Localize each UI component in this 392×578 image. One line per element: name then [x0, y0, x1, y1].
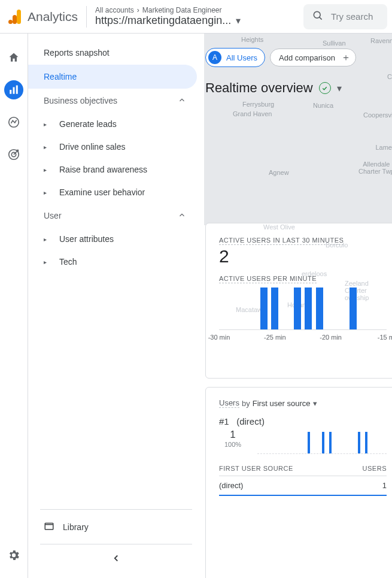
map-label: Sullivan [323, 40, 346, 47]
svg-rect-7 [16, 86, 18, 94]
map-label: Grand Haven [233, 110, 272, 117]
sidebar-library[interactable]: Library [40, 510, 192, 544]
table-header: FIRST USER SOURCE USERS [219, 465, 387, 476]
rail-home[interactable] [4, 48, 23, 67]
rail-reports[interactable] [4, 80, 23, 99]
sidebar-item-label: Drive online sales [59, 142, 126, 152]
col-dimension: FIRST USER SOURCE [219, 465, 293, 472]
dimension-by-word: by [242, 399, 250, 408]
caret-down-icon: ▾ [236, 15, 241, 26]
chart-bar [350, 288, 357, 329]
rail-explore[interactable] [4, 113, 23, 132]
page-title-row: Realtime overview ▾ [205, 80, 342, 96]
col-users: USERS [363, 465, 387, 472]
chart-bar [316, 288, 323, 329]
sidebar-item-drive-online-sales[interactable]: ▸ Drive online sales [28, 135, 204, 158]
chip-add-comparison[interactable]: Add comparison ＋ [270, 49, 356, 66]
sidebar-realtime[interactable]: Realtime [28, 65, 197, 89]
chip-label: Add comparison [279, 53, 335, 62]
chevron-up-icon [178, 96, 186, 106]
chart-active-users-per-minute: -30 min-25 min-20 min-15 mi [219, 287, 387, 341]
map-label: Lame [375, 144, 392, 151]
chart-xtick: -25 min [264, 334, 286, 341]
property-picker[interactable]: All accounts › Marketing Data Engineer h… [95, 6, 295, 27]
svg-rect-0 [17, 10, 21, 24]
caret-right-icon: ▸ [44, 189, 48, 196]
svg-rect-1 [13, 15, 17, 24]
sidebar-item-label: User attributes [59, 234, 114, 244]
rail-advertising[interactable] [4, 145, 23, 164]
plus-icon: ＋ [341, 53, 351, 62]
chart-bar [260, 288, 268, 329]
chart-source-sparkline [257, 429, 387, 454]
rank-number: #1 [219, 416, 229, 426]
chip-badge: A [208, 51, 221, 64]
library-label: Library [63, 522, 89, 532]
sidebar-item-label: Reports snapshot [44, 48, 110, 58]
map-label: Coopersvill [363, 111, 392, 119]
map-label: Ravenna [370, 37, 392, 44]
dimension-users-word: Users [219, 398, 239, 408]
chevron-up-icon [178, 211, 186, 221]
search-input[interactable]: Try search [303, 4, 387, 29]
sidebar-item-generate-leads[interactable]: ▸ Generate leads [28, 113, 204, 135]
breadcrumb: All accounts › Marketing Data Engineer [95, 6, 295, 14]
sidebar-item-examine-user-behavior[interactable]: ▸ Examine user behavior [28, 181, 204, 204]
comparison-bar: A All Users Add comparison ＋ [205, 48, 356, 67]
sidebar-item-label: Generate leads [59, 119, 117, 129]
chip-all-users[interactable]: A All Users [205, 48, 265, 67]
sidebar-item-user-attributes[interactable]: ▸ User attributes [28, 228, 204, 250]
chart-bar [329, 432, 332, 453]
chart-xtick: -20 min [320, 334, 342, 341]
caret-down-icon[interactable]: ▾ [337, 83, 342, 94]
dimension-title[interactable]: Users by First user source ▾ [219, 398, 387, 408]
rank-value: (direct) [236, 416, 265, 426]
app-header: Analytics All accounts › Marketing Data … [0, 0, 392, 34]
chart-xtick: -30 min [208, 334, 230, 341]
svg-rect-5 [10, 90, 11, 94]
chart-bar [358, 432, 360, 453]
map-label: Agnew [269, 169, 289, 176]
rail-admin[interactable] [4, 546, 23, 565]
caret-right-icon: ▸ [44, 121, 48, 128]
breadcrumb-accounts: All accounts [95, 6, 134, 14]
sidebar-item-label: Tech [59, 257, 77, 267]
header-divider [86, 6, 87, 28]
search-placeholder: Try search [331, 11, 373, 22]
library-icon [44, 520, 54, 533]
chart-xtick: -15 mi [378, 334, 392, 341]
map-label: Allendale Charter Twp [358, 161, 392, 175]
chart-bar [305, 288, 312, 329]
table-row[interactable]: (direct) 1 [219, 476, 387, 496]
sidebar-item-label: Raise brand awareness [59, 165, 147, 174]
section-label: User [44, 211, 62, 220]
map-label-ghost: West Olive [263, 223, 295, 231]
sidebar-section-business[interactable]: Business objectives [28, 89, 197, 113]
caret-right-icon: ▸ [44, 236, 48, 243]
nav-rail [0, 34, 28, 578]
status-ok-icon[interactable] [319, 82, 331, 94]
spark-value: 1 [230, 429, 235, 441]
chart-bar [294, 288, 301, 329]
map-label: Heights [241, 36, 263, 43]
card-users-by-source: Users by First user source ▾ #1 (direct)… [205, 387, 392, 578]
breadcrumb-property: Marketing Data Engineer [142, 6, 222, 14]
map-label: Ferrysburg [242, 101, 274, 108]
sidebar-item-raise-brand-awareness[interactable]: ▸ Raise brand awareness [28, 158, 204, 181]
chart-bar [308, 432, 310, 453]
svg-line-4 [320, 17, 322, 19]
sidebar-footer: Library [40, 509, 192, 578]
analytics-logo-icon [8, 10, 22, 24]
sidebar-section-user[interactable]: User [28, 204, 197, 228]
property-name: https://marketingdataengin... [95, 14, 231, 27]
product-logo[interactable]: Analytics [8, 10, 78, 24]
sidebar-item-tech[interactable]: ▸ Tech [28, 250, 204, 273]
chevron-right-icon: › [137, 6, 139, 14]
search-icon [312, 10, 324, 24]
metric-value-active-users: 2 [219, 246, 387, 267]
sidebar-reports-snapshot[interactable]: Reports snapshot [28, 41, 197, 65]
sidebar-collapse-button[interactable] [40, 544, 192, 578]
chip-label: All Users [226, 53, 257, 62]
section-label: Business objectives [44, 96, 117, 105]
map-label: Nunica [313, 102, 333, 109]
